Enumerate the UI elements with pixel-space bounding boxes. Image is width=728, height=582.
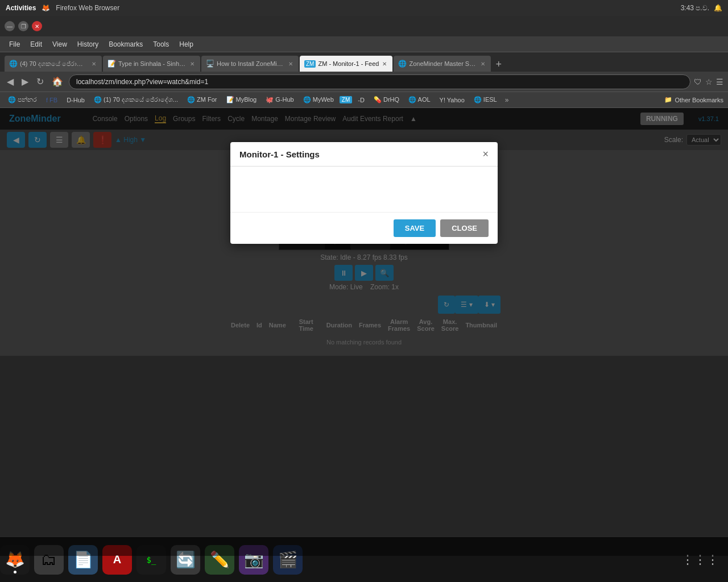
terminal-icon: $_ <box>147 555 156 564</box>
tab-label-2: Type in Sinhala - Sinhala ... <box>118 60 187 67</box>
bookmark-fb[interactable]: f FB <box>43 95 61 105</box>
bell-icon: 🔔 <box>714 4 722 12</box>
modal-backdrop[interactable]: Monitor-1 - Settings × SAVE CLOSE <box>0 108 728 556</box>
clock: 3:43 ප.ව. 🔔 <box>681 4 722 12</box>
bookmark-drhq[interactable]: 💊 DrHQ <box>370 95 403 105</box>
tab-label-1: (4) 70 දශකයේ ජේරාදේශ... <box>20 60 88 68</box>
bookmark-yahoo[interactable]: Y! Yahoo <box>436 95 468 105</box>
minimize-button[interactable]: — <box>5 21 15 31</box>
tab-close-5[interactable]: ✕ <box>479 61 486 67</box>
modal-close-button[interactable]: CLOSE <box>440 219 489 237</box>
settings-modal: Monitor-1 - Settings × SAVE CLOSE <box>230 142 498 244</box>
tab-close-3[interactable]: ✕ <box>287 61 294 67</box>
activities-label[interactable]: Activities <box>6 4 36 12</box>
tab-zm-master[interactable]: 🌐 ZoneMinder Master Snap... ✕ <box>394 56 491 72</box>
time-text: 3:43 ප.ව. <box>681 4 709 12</box>
tab-zoneminder-install[interactable]: 🖥️ How to Install ZoneMind... ✕ <box>201 56 299 72</box>
firefox-active-dot <box>14 571 16 573</box>
tabs-bar: 🌐 (4) 70 දශකයේ ජේරාදේශ... ✕ 📝 Type in Si… <box>0 52 728 72</box>
modal-close-x-button[interactable]: × <box>482 149 489 159</box>
modal-save-button[interactable]: SAVE <box>394 219 436 237</box>
page-content: ZoneMinder Console Options Log Groups Fi… <box>0 108 728 556</box>
menu-tools[interactable]: Tools <box>148 39 173 49</box>
modal-title: Monitor-1 - Settings <box>239 149 320 159</box>
address-input[interactable] <box>69 74 690 89</box>
menu-edit[interactable]: Edit <box>26 39 47 49</box>
close-window-button[interactable]: ✕ <box>32 21 42 31</box>
bookmark-ghub[interactable]: 🐙 G-Hub <box>262 95 297 105</box>
maximize-button[interactable]: ❐ <box>18 21 28 31</box>
tab-sinhala-type[interactable]: 📝 Type in Sinhala - Sinhala ... ✕ <box>103 56 200 72</box>
tab-close-4[interactable]: ✕ <box>381 61 388 67</box>
menu-bar: File Edit View History Bookmarks Tools H… <box>0 36 728 52</box>
shield-icon: 🛡 <box>694 77 702 86</box>
bookmark-pannara[interactable]: 🌐 පන්නර <box>5 95 40 105</box>
bookmark-aol[interactable]: 🌐 AOL <box>405 95 433 105</box>
tab-icon-1: 🌐 <box>9 60 18 68</box>
other-bookmarks[interactable]: 📁 Other Bookmarks <box>664 96 723 103</box>
bookmarks-bar: 🌐 පන්නර f FB D-Hub 🌐 (1) 70 දශකයේ ජේරාදේ… <box>0 92 728 108</box>
tab-icon-3: 🖥️ <box>206 60 214 68</box>
tab-sinhala-news[interactable]: 🌐 (4) 70 දශකයේ ජේරාදේශ... ✕ <box>5 56 102 72</box>
browser-name-label: 🦊 <box>42 4 50 12</box>
bookmark-myblog[interactable]: 📝 MyBlog <box>223 95 260 105</box>
menu-view[interactable]: View <box>48 39 72 49</box>
address-bar-icons: 🛡 ☆ ☰ <box>694 77 723 86</box>
bookmark-zmfor[interactable]: 🌐 ZM For <box>184 95 221 105</box>
reload-button[interactable]: ↻ <box>34 75 46 88</box>
tab-close-2[interactable]: ✕ <box>189 61 196 67</box>
tab-label-5: ZoneMinder Master Snap... <box>409 60 477 67</box>
menu-bookmarks[interactable]: Bookmarks <box>104 39 147 49</box>
bookmark-news[interactable]: 🌐 (1) 70 දශකයේ ජේරාදේශ... <box>90 95 181 105</box>
tab-label-4: ZM - Monitor-1 - Feed <box>318 60 379 67</box>
bookmark-d[interactable]: -D <box>354 95 368 105</box>
address-bar: ◀ ▶ ↻ 🏠 🛡 ☆ ☰ <box>0 72 728 92</box>
home-button[interactable]: 🏠 <box>49 75 65 88</box>
menu-help[interactable]: Help <box>175 39 198 49</box>
modal-footer: SAVE CLOSE <box>230 212 498 244</box>
tab-zm-feed[interactable]: ZM ZM - Monitor-1 - Feed ✕ <box>300 56 392 72</box>
modal-body <box>230 167 498 212</box>
os-topbar: Activities 🦊 Firefox Web Browser 3:43 ප.… <box>0 0 728 16</box>
back-button[interactable]: ◀ <box>5 75 16 88</box>
menu-file[interactable]: File <box>5 39 24 49</box>
forward-button[interactable]: ▶ <box>19 75 31 88</box>
tab-icon-2: 📝 <box>107 60 116 68</box>
modal-header: Monitor-1 - Settings × <box>230 142 498 167</box>
bookmark-iesl[interactable]: 🌐 IESL <box>470 95 500 105</box>
tab-icon-4: ZM <box>304 60 316 68</box>
menu-icon[interactable]: ☰ <box>716 77 723 86</box>
tab-close-1[interactable]: ✕ <box>90 61 97 67</box>
tab-label-3: How to Install ZoneMind... <box>217 60 285 67</box>
bookmark-zm-d[interactable]: ZM <box>340 96 352 103</box>
star-icon[interactable]: ☆ <box>705 77 713 86</box>
bookmark-dhub[interactable]: D-Hub <box>63 95 88 105</box>
browser-name-text: Firefox Web Browser <box>56 4 119 12</box>
browser-window-controls: — ❐ ✕ <box>0 16 728 36</box>
bookmarks-more[interactable]: » <box>505 96 509 104</box>
bookmark-myweb[interactable]: 🌐 MyWeb <box>300 95 337 105</box>
menu-history[interactable]: History <box>73 39 103 49</box>
tab-icon-5: 🌐 <box>398 60 407 68</box>
new-tab-button[interactable]: + <box>492 59 505 70</box>
